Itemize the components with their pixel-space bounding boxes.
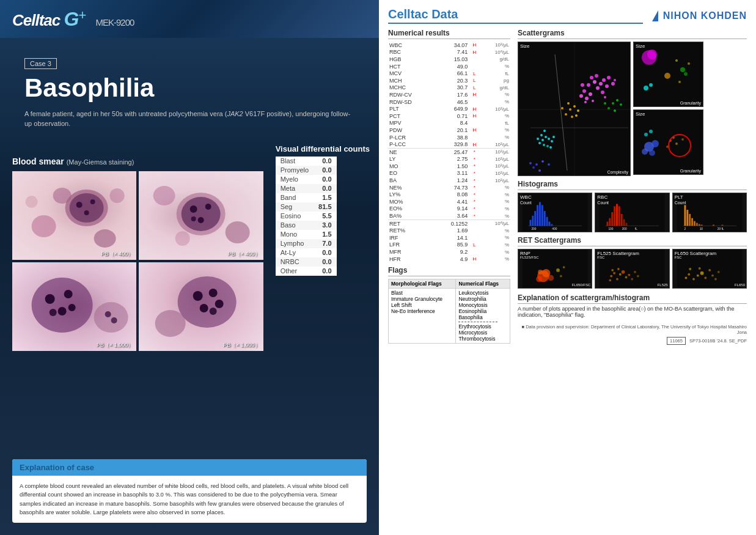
logo: Celltac G+ MEK-9200 xyxy=(12,7,134,31)
svg-point-27 xyxy=(111,317,117,323)
scatter3-x-label: Granularity xyxy=(680,169,701,173)
svg-rect-149 xyxy=(691,218,693,226)
scatter-explain-body: A number of plots appeared in the basoph… xyxy=(518,306,747,318)
svg-point-78 xyxy=(612,102,614,105)
svg-point-181 xyxy=(617,268,620,270)
num-row-ne: NE25.47*10³/μL xyxy=(388,148,510,155)
ret-fl525: FL525 Scattergram FSC FL525 xyxy=(595,249,669,289)
svg-point-102 xyxy=(678,81,681,83)
svg-point-62 xyxy=(601,90,604,94)
case-title: Basophilia xyxy=(24,73,354,103)
svg-point-108 xyxy=(644,133,648,136)
svg-text:2: 2 xyxy=(684,227,686,231)
svg-point-30 xyxy=(209,289,218,297)
ret-rnp-xlabel: FL650/FSC xyxy=(572,283,591,287)
svg-rect-124 xyxy=(544,211,546,226)
svg-rect-139 xyxy=(623,220,625,226)
svg-point-173 xyxy=(609,279,612,281)
svg-point-85 xyxy=(541,160,544,163)
svg-point-77 xyxy=(575,114,578,117)
svg-rect-127 xyxy=(551,224,552,226)
num-row-mchc: MCHC30.7Lg/dL xyxy=(388,84,510,92)
svg-point-190 xyxy=(711,275,714,277)
staining-label: (May-Giemsa staining) xyxy=(67,158,134,166)
image-label-1: PB（× 400） xyxy=(101,250,134,258)
explanation-box: Explanation of case A complete blood cou… xyxy=(12,459,367,523)
nihon-kohden-logo: NIHON KOHDEN xyxy=(652,10,747,21)
svg-point-63 xyxy=(607,76,611,79)
svg-point-40 xyxy=(538,142,541,144)
num-flags-cell: Leukocytosis Neutrophilia Monocytosis Eo… xyxy=(456,289,510,344)
svg-point-74 xyxy=(571,116,573,118)
ret-rnp-ylabel: FL525/FSC xyxy=(520,256,539,259)
svg-point-6 xyxy=(70,193,104,223)
svg-point-177 xyxy=(631,278,634,281)
vdc-row-band: Band1.5 xyxy=(276,193,337,202)
svg-point-13 xyxy=(175,231,190,246)
svg-point-194 xyxy=(717,271,719,273)
svg-point-7 xyxy=(76,202,83,208)
svg-point-59 xyxy=(595,74,598,78)
num-row-rdwsd: RDW-SD46.5% xyxy=(388,98,510,106)
num-row-ret: RET0.125210⁶/μL xyxy=(388,220,510,227)
svg-text:fL: fL xyxy=(635,227,637,231)
num-row-mpv: MPV8.4fL xyxy=(388,120,510,127)
svg-point-33 xyxy=(210,308,217,315)
nk-triangle-icon xyxy=(652,10,658,21)
svg-point-12 xyxy=(226,221,250,243)
footer-docref: 11065 SP73-0016B '24.8. SE_PDF xyxy=(518,337,747,345)
svg-point-176 xyxy=(628,274,631,276)
num-row-hfr: HFR4.9H% xyxy=(388,256,510,263)
svg-point-68 xyxy=(614,79,616,81)
vdc-table: Blast0.0 Promyelo0.0 Myelo0.0 Meta0.0 Ba… xyxy=(276,157,337,276)
svg-point-4 xyxy=(26,196,38,208)
svg-rect-135 xyxy=(614,206,615,226)
num-row-mopct: MO%4.41*% xyxy=(388,198,510,205)
image-label-4: PB（× 1,000） xyxy=(223,341,260,349)
svg-point-171 xyxy=(616,278,618,281)
scatter-x-label: Complexity xyxy=(607,170,628,174)
svg-point-98 xyxy=(644,86,648,90)
scattergrams-section: Scattergrams Size Complexity xyxy=(518,29,747,176)
flags-section: Flags Morphological Flags Numerical Flag… xyxy=(388,266,510,344)
svg-point-25 xyxy=(94,302,128,333)
svg-point-184 xyxy=(688,273,690,276)
image-label-2: PB（× 400） xyxy=(228,250,260,258)
svg-rect-137 xyxy=(618,206,620,226)
svg-point-34 xyxy=(155,310,186,337)
main-content: Numerical results WBC34.07H10³/μL RBC7.4… xyxy=(388,29,747,345)
svg-point-186 xyxy=(696,275,699,277)
footer-note: ■ Data provision and supervision: Depart… xyxy=(518,324,747,345)
svg-point-22 xyxy=(58,307,67,315)
num-flags-header: Numerical Flags xyxy=(456,279,510,289)
svg-point-17 xyxy=(198,217,204,223)
svg-rect-153 xyxy=(700,224,702,226)
svg-point-70 xyxy=(569,108,571,111)
svg-rect-147 xyxy=(686,210,688,226)
right-charts: Scattergrams Size Complexity xyxy=(518,29,747,345)
svg-point-56 xyxy=(581,83,584,87)
svg-point-179 xyxy=(637,275,639,278)
svg-point-107 xyxy=(649,150,655,156)
scatter3-y-label: Size xyxy=(636,111,645,117)
doc-ref: SP73-0016B '24.8. SE_PDF xyxy=(689,338,747,344)
histograms-section: Histograms WBC Count xyxy=(518,180,747,232)
case-section: Case 3 Basophilia A female patient, aged… xyxy=(12,47,367,129)
svg-point-81 xyxy=(620,103,622,106)
svg-point-46 xyxy=(537,138,539,140)
svg-point-19 xyxy=(32,278,93,333)
svg-point-113 xyxy=(681,138,684,141)
numerical-table: WBC34.07H10³/μL RBC7.41H10⁶/μL HGB15.03g… xyxy=(388,42,510,262)
svg-point-49 xyxy=(549,146,552,149)
svg-point-75 xyxy=(567,102,570,105)
nk-brand: NIHON KOHDEN xyxy=(663,10,747,21)
svg-point-76 xyxy=(561,107,563,109)
header-bar: Celltac G+ MEK-9200 xyxy=(0,0,379,38)
svg-point-163 xyxy=(538,270,543,275)
numerical-section: Numerical results WBC34.07H10³/μL RBC7.4… xyxy=(388,29,510,345)
morph-flags-header: Morphological Flags xyxy=(389,279,456,289)
svg-point-189 xyxy=(708,269,711,271)
num-row-hgb: HGB15.03g/dL xyxy=(388,56,510,63)
svg-point-192 xyxy=(689,268,691,270)
svg-point-39 xyxy=(545,136,547,138)
